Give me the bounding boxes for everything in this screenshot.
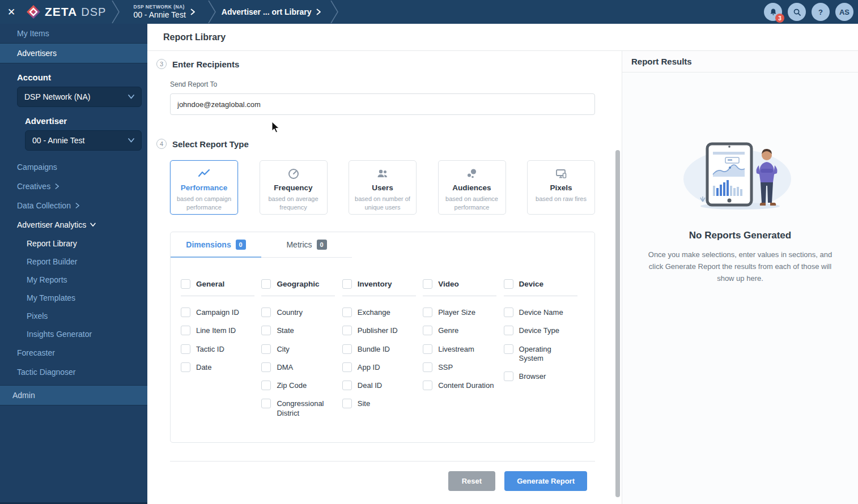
checkbox[interactable] xyxy=(423,381,432,390)
tab-metrics[interactable]: Metrics 0 xyxy=(261,232,352,258)
checkbox[interactable] xyxy=(504,371,513,381)
checkbox[interactable] xyxy=(504,326,513,335)
checkbox[interactable] xyxy=(181,344,190,354)
dimension-option[interactable]: Bundle ID xyxy=(342,344,416,354)
report-type-users[interactable]: Users based on number of unique users xyxy=(349,160,417,215)
checkbox[interactable] xyxy=(423,362,432,372)
send-report-to-input[interactable] xyxy=(170,93,595,115)
sidebar-item-report-library[interactable]: Report Library xyxy=(27,234,147,253)
sidebar-item-advertisers[interactable]: Advertisers xyxy=(0,44,147,63)
checkbox[interactable] xyxy=(181,307,190,317)
checkbox[interactable] xyxy=(261,381,271,390)
advertiser-dropdown[interactable]: 00 - Annie Test xyxy=(25,130,142,151)
dimension-option[interactable]: Genre xyxy=(423,326,496,335)
report-type-frequency[interactable]: Frequency based on average frequency xyxy=(260,160,328,215)
checkbox[interactable] xyxy=(423,326,432,335)
dimension-option[interactable]: Device Name xyxy=(504,307,577,317)
notifications-button[interactable]: 3 xyxy=(764,3,782,21)
dimension-option[interactable]: Campaign ID xyxy=(181,307,254,317)
avatar[interactable]: AS xyxy=(835,3,853,21)
sidebar-item-my-reports[interactable]: My Reports xyxy=(27,271,147,289)
checkbox[interactable] xyxy=(423,279,432,289)
dimension-option[interactable]: City xyxy=(261,344,335,354)
sidebar-item-my-templates[interactable]: My Templates xyxy=(27,289,147,307)
dimension-option[interactable]: Device Type xyxy=(504,326,577,335)
breadcrumb-network[interactable]: DSP NETWORK (NA) 00 - Annie Test xyxy=(133,4,195,20)
checkbox[interactable] xyxy=(181,362,190,372)
checkbox[interactable] xyxy=(342,326,352,335)
dimension-option[interactable]: Date xyxy=(181,362,254,372)
dimension-group-video[interactable]: Video xyxy=(423,279,496,289)
checkbox[interactable] xyxy=(342,399,352,408)
checkbox[interactable] xyxy=(342,344,352,354)
checkbox[interactable] xyxy=(504,307,513,317)
sidebar-item-pixels[interactable]: Pixels xyxy=(27,307,147,325)
checkbox[interactable] xyxy=(423,307,432,317)
checkbox[interactable] xyxy=(342,279,352,289)
sidebar-item-advertiser-analytics[interactable]: Advertiser Analytics xyxy=(17,215,147,234)
dimension-option[interactable]: Country xyxy=(261,307,335,317)
sidebar-item-data-collection[interactable]: Data Collection xyxy=(17,196,147,215)
report-type-performance[interactable]: Performance based on campaign performanc… xyxy=(170,160,238,215)
vertical-scrollbar[interactable] xyxy=(615,150,620,497)
checkbox[interactable] xyxy=(181,279,190,289)
sidebar-item-creatives[interactable]: Creatives xyxy=(17,177,147,196)
dimension-option[interactable]: Operating System xyxy=(504,344,577,364)
dimension-group-inventory[interactable]: Inventory xyxy=(342,279,416,289)
dimension-option[interactable]: DMA xyxy=(261,362,335,372)
sidebar-item-my-items[interactable]: My Items xyxy=(0,24,147,44)
dimension-option[interactable]: Zip Code xyxy=(261,381,335,390)
dimension-group-geographic[interactable]: Geographic xyxy=(261,279,335,289)
dimension-option[interactable]: SSP xyxy=(423,362,496,372)
card-title: Users xyxy=(372,183,393,192)
breadcrumb-report-library[interactable]: Advertiser ... ort Library xyxy=(222,7,321,16)
checkbox[interactable] xyxy=(342,381,352,390)
dimension-label: Tactic ID xyxy=(196,344,224,354)
report-type-pixels[interactable]: Pixels based on raw fires xyxy=(527,160,595,215)
dimension-label: App ID xyxy=(358,362,380,372)
dimension-option[interactable]: Livestream xyxy=(423,344,496,354)
sidebar-item-report-builder[interactable]: Report Builder xyxy=(27,253,147,271)
checkbox[interactable] xyxy=(261,344,271,354)
dimension-option[interactable]: Site xyxy=(342,399,416,408)
dimension-option[interactable]: App ID xyxy=(342,362,416,372)
dimension-option[interactable]: Tactic ID xyxy=(181,344,254,354)
reset-button[interactable]: Reset xyxy=(448,471,495,491)
checkbox[interactable] xyxy=(181,326,190,335)
card-subtitle: based on number of unique users xyxy=(349,195,416,212)
dimension-group-general[interactable]: General xyxy=(181,279,254,289)
dimension-option[interactable]: Player Size xyxy=(423,307,496,317)
checkbox[interactable] xyxy=(261,399,271,408)
tab-label: Metrics xyxy=(286,240,312,249)
checkbox[interactable] xyxy=(261,307,271,317)
dimension-option[interactable]: Exchange xyxy=(342,307,416,317)
sidebar-item-insights-generator[interactable]: Insights Generator xyxy=(27,325,147,343)
checkbox[interactable] xyxy=(342,307,352,317)
sidebar-item-campaigns[interactable]: Campaigns xyxy=(17,157,147,177)
dimension-option[interactable]: State xyxy=(261,326,335,335)
generate-report-button[interactable]: Generate Report xyxy=(504,471,587,491)
checkbox[interactable] xyxy=(423,344,432,354)
checkbox[interactable] xyxy=(342,362,352,372)
sidebar-item-tactic-diagnoser[interactable]: Tactic Diagnoser xyxy=(17,362,147,382)
dimension-option[interactable]: Browser xyxy=(504,371,577,381)
checkbox[interactable] xyxy=(504,344,513,354)
dimension-option[interactable]: Deal ID xyxy=(342,381,416,390)
report-type-audiences[interactable]: Audiences based on audience performance xyxy=(438,160,506,215)
checkbox[interactable] xyxy=(261,279,271,289)
dimension-option[interactable]: Content Duration xyxy=(423,381,496,390)
dimension-option[interactable]: Publisher ID xyxy=(342,326,416,335)
dimension-option[interactable]: Line Item ID xyxy=(181,326,254,335)
sidebar-item-admin[interactable]: Admin xyxy=(0,385,147,405)
close-icon[interactable]: ✕ xyxy=(0,6,23,18)
dimension-group-device[interactable]: Device xyxy=(504,279,577,289)
search-button[interactable] xyxy=(788,3,806,21)
account-dropdown[interactable]: DSP Network (NA) xyxy=(17,87,142,107)
help-button[interactable]: ? xyxy=(812,3,830,21)
dimension-option[interactable]: Congressional District xyxy=(261,399,335,418)
tab-dimensions[interactable]: Dimensions 0 xyxy=(171,232,261,258)
checkbox[interactable] xyxy=(261,362,271,372)
checkbox[interactable] xyxy=(261,326,271,335)
sidebar-item-forecaster[interactable]: Forecaster xyxy=(17,343,147,362)
checkbox[interactable] xyxy=(504,279,513,289)
